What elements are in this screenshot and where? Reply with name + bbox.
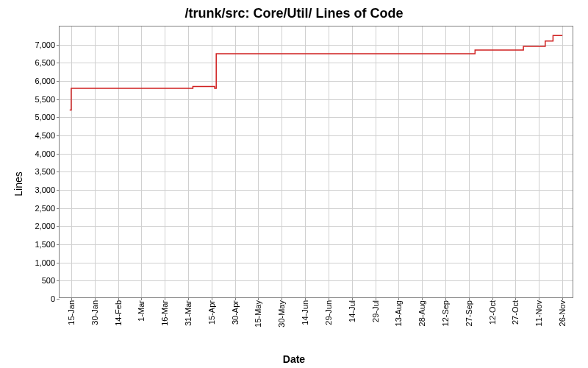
- y-tick-label: 1,500: [35, 240, 55, 249]
- x-tick-label: 16-Mar: [160, 300, 169, 326]
- x-tick-label: 11-Nov: [534, 300, 543, 326]
- x-tick-label: 27-Oct: [511, 300, 520, 325]
- y-tick-label: 3,500: [35, 167, 55, 176]
- plot-area: 05001,0001,5002,0002,5003,0003,5004,0004…: [59, 26, 573, 298]
- y-tick-label: 6,500: [35, 58, 55, 67]
- y-tick-label: 4,000: [35, 149, 55, 158]
- y-tick-label: 5,000: [35, 113, 55, 121]
- y-tick-label: 0: [51, 294, 55, 303]
- chart-container: /trunk/src: Core/Util/ Lines of Code Lin…: [0, 0, 588, 368]
- data-line: [70, 35, 562, 110]
- x-axis-label: Date: [0, 353, 588, 365]
- y-tick-label: 500: [42, 276, 55, 285]
- x-tick-label: 12-Oct: [488, 300, 497, 325]
- x-tick-label: 15-Jan: [67, 300, 76, 325]
- y-tick-label: 2,000: [35, 222, 55, 230]
- y-tick-label: 7,000: [35, 40, 55, 49]
- y-tick-label: 2,500: [35, 204, 55, 213]
- y-tick-label: 4,500: [35, 131, 55, 140]
- y-tick-mark: [57, 299, 60, 300]
- x-tick-label: 29-Jun: [324, 300, 333, 325]
- y-tick-label: 1,000: [35, 258, 55, 267]
- x-tick-label: 15-Apr: [207, 300, 216, 325]
- x-tick-label: 13-Aug: [394, 300, 403, 326]
- x-tick-label: 14-Jun: [301, 300, 309, 325]
- x-tick-label: 14-Jul: [348, 300, 356, 322]
- x-tick-label: 12-Sep: [441, 300, 450, 326]
- x-tick-label: 31-Mar: [184, 300, 193, 326]
- x-tick-label: 30-May: [277, 300, 286, 328]
- x-tick-label: 26-Nov: [558, 300, 567, 326]
- y-tick-label: 5,500: [35, 95, 55, 104]
- x-tick-label: 29-Jul: [371, 300, 380, 322]
- y-tick-label: 6,000: [35, 77, 55, 85]
- x-tick-label: 28-Aug: [417, 300, 426, 326]
- x-tick-label: 30-Jan: [90, 300, 99, 325]
- y-tick-label: 3,000: [35, 185, 55, 194]
- x-tick-label: 1-Mar: [137, 300, 146, 322]
- x-tick-label: 30-Apr: [231, 300, 240, 325]
- chart-title: /trunk/src: Core/Util/ Lines of Code: [0, 6, 588, 21]
- y-axis-label: Lines: [12, 171, 24, 196]
- x-tick-label: 15-May: [254, 300, 262, 328]
- x-tick-label: 14-Feb: [114, 300, 123, 326]
- line-series-svg: [60, 26, 574, 299]
- x-tick-label: 27-Sep: [465, 300, 473, 326]
